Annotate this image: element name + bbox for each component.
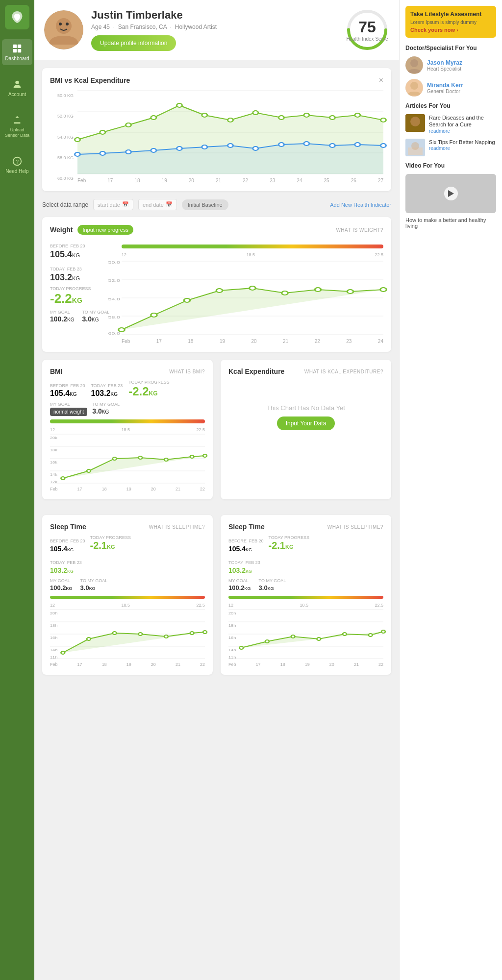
svg-text:52.0: 52.0	[108, 278, 120, 282]
promo-link[interactable]: Check yours now ›	[410, 27, 491, 33]
weight-input-btn[interactable]: Input new progress	[77, 225, 133, 235]
sleep1-what-is[interactable]: WHAT IS SLEEPTIME?	[149, 524, 205, 530]
sidebar-item-upload[interactable]: Upload Sensor Data	[2, 111, 32, 142]
kcal-input-data-btn[interactable]: Input Your Data	[277, 416, 335, 430]
doctor-2-name[interactable]: Miranda Kerr	[427, 82, 463, 89]
add-indicator-link[interactable]: Add New Health Indicator	[330, 202, 391, 208]
weight-card: Weight Input new progress WHAT IS WEIGHT…	[42, 217, 391, 352]
svg-text:14k: 14k	[50, 473, 58, 477]
video-caption: How to make a better and healthy living	[405, 217, 496, 229]
svg-point-28	[329, 116, 335, 120]
bmi-mini-chart: 20k 18k 16k 14k 12k	[50, 434, 205, 483]
health-score: 75 Health Index Score	[345, 8, 389, 52]
svg-point-37	[227, 144, 233, 147]
user-meta: Age 45 · San Fransisco, CA · Hollywood A…	[91, 24, 217, 30]
video-thumbnail[interactable]	[405, 174, 496, 213]
svg-point-32	[100, 151, 105, 155]
svg-point-61	[347, 290, 353, 294]
sleep2-what-is[interactable]: WHAT IS SLEEPTIME?	[327, 524, 383, 530]
sleep2-card: Sleep Time WHAT IS SLEEPTIME? BEFORE FEB…	[221, 515, 391, 675]
svg-point-93	[138, 633, 142, 636]
svg-point-76	[138, 456, 142, 459]
svg-point-91	[87, 637, 91, 640]
svg-point-8	[56, 18, 72, 34]
doctor-avatar-1	[405, 56, 423, 74]
header: Justin Timberlake Age 45 · San Fransisco…	[34, 0, 399, 60]
sidebar-item-account[interactable]: Account	[2, 75, 32, 101]
article-img-1	[405, 114, 425, 132]
svg-point-33	[126, 150, 131, 154]
svg-point-41	[329, 144, 335, 147]
svg-point-95	[190, 632, 194, 635]
play-button[interactable]	[444, 187, 458, 200]
svg-point-78	[190, 455, 194, 458]
article-1-title: Rare Diseases and the Search for a Cure	[429, 114, 496, 128]
svg-point-19	[100, 130, 105, 134]
svg-point-111	[343, 633, 347, 636]
end-date-input[interactable]: end date 📅	[138, 199, 177, 210]
svg-point-18	[75, 138, 80, 142]
svg-rect-0	[13, 45, 17, 48]
update-profile-button[interactable]: Update profile information	[91, 35, 176, 51]
svg-text:11h: 11h	[50, 656, 58, 660]
svg-text:20k: 20k	[50, 436, 58, 440]
weight-what-is[interactable]: WHAT IS WEIGHT?	[336, 227, 383, 233]
svg-point-42	[355, 143, 360, 147]
weight-stats: BEFORE FEB 20 105.4KG TODAY FEB 23 103.2…	[50, 241, 114, 344]
kcal-no-data: This Chart Has No Data Yet Input Your Da…	[228, 380, 383, 454]
svg-point-25	[253, 111, 258, 115]
svg-point-21	[151, 116, 156, 120]
svg-point-113	[381, 630, 385, 633]
kcal-card-title: Kcal Expenditure	[228, 368, 284, 375]
sidebar-item-account-label: Account	[8, 92, 26, 97]
svg-text:60.0: 60.0	[108, 331, 120, 335]
svg-point-43	[380, 144, 386, 147]
svg-point-9	[59, 23, 62, 25]
svg-point-110	[317, 637, 321, 640]
svg-rect-1	[18, 45, 21, 48]
baseline-button[interactable]: Initial Baseline	[182, 199, 228, 210]
svg-point-23	[202, 113, 207, 117]
doctor-1-name[interactable]: Jason Myraz	[427, 59, 462, 66]
svg-point-54	[119, 328, 125, 332]
kcal-what-is[interactable]: WHAT IS KCAL EXPENDITURE?	[304, 369, 383, 374]
article-img-2	[405, 139, 425, 156]
svg-text:14h: 14h	[228, 648, 236, 652]
svg-point-20	[126, 123, 131, 127]
content-area: BMI vs Kcal Expenditure × 50.0 KG 52.0 K…	[34, 60, 399, 980]
svg-point-73	[61, 477, 65, 480]
articles-section-title: Articles For You	[405, 102, 496, 109]
normal-weight-badge: normal weight	[50, 408, 87, 416]
svg-point-122	[411, 142, 419, 150]
start-date-input[interactable]: start date 📅	[93, 199, 133, 210]
svg-point-79	[203, 454, 207, 457]
bmi-kcal-svg	[77, 91, 383, 174]
sidebar-item-dashboard[interactable]: Dashboard	[2, 39, 32, 65]
svg-text:16k: 16k	[50, 461, 58, 465]
article-1-readmore[interactable]: readmore	[429, 128, 496, 134]
right-panel: Take Lifestyle Assesment Lorem Ipsum is …	[399, 0, 502, 980]
article-2-readmore[interactable]: readmore	[429, 146, 495, 151]
svg-text:11h: 11h	[228, 656, 236, 660]
doctor-2-specialty: General Doctor	[427, 89, 463, 94]
svg-point-24	[227, 118, 233, 122]
svg-point-36	[202, 145, 207, 149]
app-logo[interactable]	[5, 5, 29, 29]
promo-banner: Take Lifestyle Assesment Lorem Ipsum is …	[405, 6, 496, 38]
svg-point-39	[278, 143, 284, 147]
svg-point-107	[239, 646, 243, 649]
svg-text:18k: 18k	[50, 448, 58, 452]
svg-point-92	[113, 632, 117, 635]
svg-point-94	[164, 635, 168, 638]
video-section-title: Video For You	[405, 162, 496, 169]
svg-point-77	[164, 458, 168, 461]
bmi-what-is[interactable]: WHAT IS BMI?	[169, 369, 205, 374]
svg-text:58.0: 58.0	[108, 315, 120, 319]
svg-text:54.0: 54.0	[108, 296, 120, 301]
bmi-chart-close[interactable]: ×	[379, 76, 383, 85]
promo-title: Take Lifestyle Assesment	[410, 11, 491, 18]
sidebar-item-help[interactable]: ? Need Help	[2, 152, 32, 178]
svg-text:16h: 16h	[50, 636, 58, 640]
svg-point-22	[176, 103, 182, 107]
weight-chart-svg: 50.0 52.0 54.0 58.0 60.0	[122, 261, 383, 335]
